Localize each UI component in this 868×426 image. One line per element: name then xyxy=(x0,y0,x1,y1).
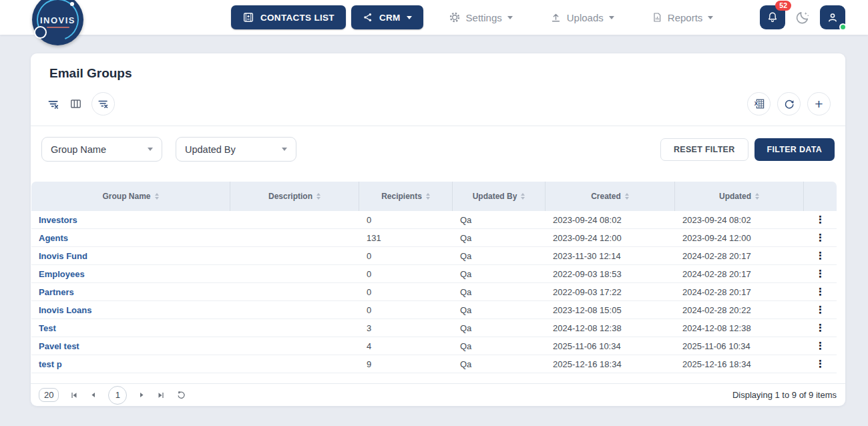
previous-page-icon xyxy=(89,391,97,399)
filter-data-button[interactable]: FILTER DATA xyxy=(754,138,835,161)
clear-filters-button[interactable] xyxy=(47,97,60,111)
group-name-link[interactable]: Employees xyxy=(39,269,85,279)
row-kebab-menu-icon[interactable]: ⋮ xyxy=(815,286,825,297)
person-icon xyxy=(826,11,839,24)
group-name-cell: Inovis Loans xyxy=(31,301,230,319)
group-name-filter-value: Group Name xyxy=(51,144,106,155)
settings-label: Settings xyxy=(466,12,502,23)
updated-cell: 2023-09-24 08:02 xyxy=(675,211,804,229)
filter-bar: Group Name Updated By RESET FILTER FILTE… xyxy=(31,126,845,174)
group-name-link[interactable]: test p xyxy=(39,359,62,369)
refresh-table-button[interactable] xyxy=(777,92,801,116)
reset-table-filters-button[interactable] xyxy=(91,92,115,116)
group-name-link[interactable]: Inovis Loans xyxy=(39,305,91,315)
contacts-list-button[interactable]: CONTACTS LIST xyxy=(231,5,346,29)
row-kebab-menu-icon[interactable]: ⋮ xyxy=(815,268,825,279)
updated-by-cell: Qa xyxy=(453,301,546,319)
add-group-button[interactable]: + xyxy=(807,92,831,116)
row-kebab-menu-icon[interactable]: ⋮ xyxy=(815,304,825,315)
first-page-button[interactable] xyxy=(70,391,78,399)
uploads-menu[interactable]: Uploads xyxy=(550,12,614,23)
recipients-cell: 0 xyxy=(359,211,453,229)
updated-by-cell: Qa xyxy=(453,211,546,229)
settings-menu[interactable]: Settings xyxy=(449,11,513,23)
created-cell: 2023-09-24 08:02 xyxy=(546,211,675,229)
group-name-cell: Investors xyxy=(31,211,230,229)
table-body: Investors 0 Qa 2023-09-24 08:02 2023-09-… xyxy=(31,211,837,373)
dark-mode-toggle[interactable] xyxy=(795,10,810,25)
inovis-logo[interactable]: INOVIS xyxy=(32,0,83,45)
reports-menu[interactable]: Reports xyxy=(652,12,714,23)
pagination-bar: 20 1 Displaying 1 to 9 of 9 items xyxy=(31,383,845,406)
actions-cell: ⋮ xyxy=(804,283,837,301)
reset-filter-button[interactable]: RESET FILTER xyxy=(660,138,748,161)
export-excel-button[interactable]: X xyxy=(747,92,771,116)
pager-controls: 20 1 xyxy=(39,386,186,405)
description-cell xyxy=(230,355,359,373)
group-name-link[interactable]: Pavel test xyxy=(39,341,79,351)
logo-ring-icon xyxy=(30,0,85,47)
sort-icon xyxy=(155,193,159,200)
row-kebab-menu-icon[interactable]: ⋮ xyxy=(815,232,825,243)
description-cell xyxy=(230,265,359,283)
next-page-icon xyxy=(138,391,146,399)
row-kebab-menu-icon[interactable]: ⋮ xyxy=(815,340,825,351)
updated-by-cell: Qa xyxy=(453,355,546,373)
group-name-link[interactable]: Agents xyxy=(39,233,68,243)
columns-icon xyxy=(69,97,82,110)
column-label: Description xyxy=(268,192,312,201)
first-page-icon xyxy=(70,391,78,399)
plus-icon: + xyxy=(815,97,823,111)
page-size-selector[interactable]: 20 xyxy=(39,388,59,402)
notifications-button[interactable]: 52 xyxy=(760,5,785,29)
profile-button[interactable] xyxy=(820,5,845,29)
refresh-icon xyxy=(783,98,795,110)
description-cell xyxy=(230,283,359,301)
column-header-recipients[interactable]: Recipients xyxy=(359,182,453,211)
column-header-description[interactable]: Description xyxy=(230,182,359,211)
crm-menu-button[interactable]: CRM xyxy=(351,5,423,29)
column-header-updated[interactable]: Updated xyxy=(675,182,804,211)
updated-by-cell: Qa xyxy=(453,229,546,247)
reload-page-button[interactable] xyxy=(176,390,186,400)
column-header-updated-by[interactable]: Updated By xyxy=(453,182,546,211)
group-name-link[interactable]: Test xyxy=(39,323,56,333)
column-header-group-name[interactable]: Group Name xyxy=(31,182,230,211)
updated-cell: 2024-02-28 20:17 xyxy=(675,265,804,283)
previous-page-button[interactable] xyxy=(89,391,97,399)
table-row: Agents 131 Qa 2023-09-24 12:00 2023-09-2… xyxy=(31,229,837,247)
gear-icon xyxy=(449,11,461,23)
table-row: Employees 0 Qa 2022-09-03 18:53 2024-02-… xyxy=(31,265,837,283)
actions-cell: ⋮ xyxy=(804,265,837,283)
toolbar-right-icons: X + xyxy=(747,92,831,116)
table-row: Pavel test 4 Qa 2025-11-06 10:34 2025-11… xyxy=(31,337,837,355)
updated-by-cell: Qa xyxy=(453,247,546,265)
row-kebab-menu-icon[interactable]: ⋮ xyxy=(815,250,825,261)
table-toolbar: X + xyxy=(31,92,845,126)
filter-actions: RESET FILTER FILTER DATA xyxy=(660,138,835,161)
description-cell xyxy=(230,211,359,229)
row-kebab-menu-icon[interactable]: ⋮ xyxy=(815,322,825,333)
group-name-link[interactable]: Partners xyxy=(39,287,74,297)
recipients-cell: 9 xyxy=(359,355,453,373)
last-page-button[interactable] xyxy=(157,391,165,399)
recipients-cell: 4 xyxy=(359,337,453,355)
row-kebab-menu-icon[interactable]: ⋮ xyxy=(815,358,825,369)
chevron-down-icon xyxy=(407,16,412,19)
recipients-cell: 0 xyxy=(359,283,453,301)
current-page-indicator[interactable]: 1 xyxy=(108,386,127,405)
updated-cell: 2023-09-24 12:00 xyxy=(675,229,804,247)
table-row: Test 3 Qa 2024-12-08 12:38 2024-12-08 12… xyxy=(31,319,837,337)
group-name-filter-select[interactable]: Group Name xyxy=(41,137,162,162)
next-page-button[interactable] xyxy=(138,391,146,399)
group-name-cell: test p xyxy=(31,355,230,373)
group-name-link[interactable]: Inovis Fund xyxy=(39,251,87,261)
updated-by-cell: Qa xyxy=(453,265,546,283)
group-name-link[interactable]: Investors xyxy=(39,215,77,225)
column-label: Updated By xyxy=(473,192,517,201)
column-header-actions xyxy=(804,182,837,211)
row-kebab-menu-icon[interactable]: ⋮ xyxy=(815,214,825,225)
updated-by-filter-select[interactable]: Updated By xyxy=(176,137,296,162)
column-header-created[interactable]: Created xyxy=(546,182,675,211)
columns-settings-button[interactable] xyxy=(69,97,82,110)
